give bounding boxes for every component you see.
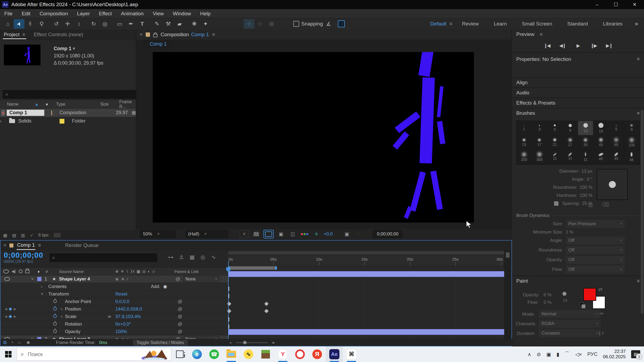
roving-keyframes-icon[interactable]: ☻ [26, 340, 31, 345]
camera-tray-icon[interactable]: ▣ [546, 351, 551, 357]
local-axis-mode-icon[interactable]: ⊹ [244, 19, 254, 29]
col-size[interactable]: Size [100, 102, 108, 107]
current-time-display[interactable]: 0;00;00;00 [4, 251, 49, 259]
menu-animation[interactable]: Animation [121, 11, 144, 17]
camera-wireframe-icon[interactable]: ◫ [288, 230, 297, 238]
expand-icon[interactable]: › [0, 118, 3, 124]
audio-column-icon[interactable]: ◀) [12, 269, 16, 274]
properties-panel-title[interactable]: Properties: No Selection [516, 56, 571, 62]
flowchart-icon[interactable]: ⊞ [132, 110, 136, 116]
composition-flowchart-icon[interactable]: ⊶ [165, 254, 176, 260]
lock-icon[interactable] [153, 34, 158, 37]
menu-effect[interactable]: Effect [99, 11, 112, 17]
spacing-checkbox[interactable]: ✓ [554, 201, 558, 206]
parent-dropdown[interactable]: None˅ [183, 276, 219, 282]
property-value[interactable]: 37,9,103,4% [115, 313, 141, 320]
layer-color-swatch[interactable] [37, 277, 42, 281]
exposure-icon[interactable]: ✳ [312, 230, 321, 238]
clock[interactable]: 22:37 06.02.2025 [603, 349, 626, 360]
parent-pickwhip-icon[interactable]: @ [175, 275, 180, 283]
project-item-name[interactable]: Comp 1 [7, 110, 44, 116]
swap-colors-icon[interactable]: ⇄ [598, 286, 602, 292]
layer-visibility-toggle[interactable] [4, 277, 10, 281]
graph-editor-icon[interactable]: ∿ [208, 254, 219, 260]
audio-panel-header[interactable]: Audio [512, 87, 644, 98]
play-button[interactable]: ▶ [572, 41, 584, 50]
snapping-checkbox[interactable] [293, 21, 299, 27]
brush-preset[interactable]: 11 [563, 150, 578, 164]
battery-icon[interactable]: ▮ [557, 351, 559, 357]
brush-preset-selected[interactable]: 13 [578, 121, 593, 135]
tab-effect-controls[interactable]: Effect Controls (none) [29, 32, 88, 38]
brush-preset[interactable]: 19 [593, 121, 609, 135]
prop-row-opacity[interactable]: Ŏ Opacity 100% @ [1, 328, 228, 335]
brush-preset[interactable]: 45 [593, 150, 609, 164]
channel-icon[interactable] [300, 230, 309, 238]
duration-frames-value[interactable]: 1 f [598, 331, 603, 336]
motion-blur-icon[interactable]: ◎ [197, 254, 208, 260]
layer-duration-bar[interactable] [228, 271, 504, 277]
composition-canvas[interactable] [153, 52, 474, 223]
hand-tool-icon[interactable]: ✌ [25, 19, 36, 29]
duration-dropdown[interactable]: Constant˅ [539, 329, 601, 337]
puppet-pin-tool-icon[interactable]: ✦ [200, 19, 211, 29]
workspace-learn[interactable]: Learn [486, 21, 514, 27]
project-color-depth[interactable]: 8 bpc [38, 233, 49, 238]
shape-tool-icon[interactable]: ▭ [114, 19, 125, 29]
threed-icon[interactable]: ◇ [152, 269, 155, 274]
last-frame-button[interactable]: ▶❙ [603, 41, 615, 50]
brush-preset[interactable]: 9 [624, 121, 639, 135]
layer-duration-bar[interactable] [228, 329, 504, 335]
col-frame-rate[interactable]: Frame R... [119, 99, 136, 109]
magnification-dropdown[interactable]: 50%˅ [140, 230, 175, 238]
prev-keyframe-icon[interactable]: ◀ [5, 307, 7, 311]
brushes-panel-menu-icon[interactable]: ≡ [637, 110, 640, 116]
label-column-icon[interactable]: ♦ [38, 268, 40, 275]
collapse-switch[interactable]: ✳ [121, 277, 125, 281]
new-brush-icon[interactable]: ▤ [588, 202, 593, 208]
brush-preset[interactable]: 21 [547, 135, 563, 150]
paint-flow-value[interactable]: 0 % [544, 300, 551, 305]
prop-row-anchor-point[interactable]: Ŏ Anchor Point 0,0,0,0 @ [1, 298, 228, 305]
type-tool-icon[interactable]: T [137, 19, 148, 29]
constrain-link-icon[interactable]: ∞ [108, 313, 111, 320]
viewer-panel-menu-icon[interactable]: ≡ [212, 32, 215, 38]
tab-render-queue[interactable]: Render Queue [65, 242, 99, 248]
paint-panel-title[interactable]: Paint [516, 278, 528, 284]
roto-brush-tool-icon[interactable]: ❋ [189, 19, 200, 29]
eraser-tool-icon[interactable]: ▰ [174, 19, 185, 29]
taskbar-search[interactable]: ⌕ [17, 348, 171, 361]
source-name-column-header[interactable]: Source Name [59, 268, 84, 275]
mask-visibility-icon[interactable]: ▣ [276, 230, 286, 238]
brush-preset[interactable]: 27 [563, 135, 578, 150]
dyn-min-size-value[interactable]: 1 % [566, 230, 573, 235]
world-axis-mode-icon[interactable]: ⊹ [255, 19, 266, 29]
notification-center-icon[interactable]: ▤1 [631, 350, 640, 358]
taskbar-app-whatsapp[interactable]: ☎ [206, 346, 223, 362]
dyn-size-dropdown[interactable]: Pen Pressure˅ [566, 220, 625, 228]
col-name[interactable]: Name [7, 102, 19, 107]
shy-icon[interactable]: ⊕ [115, 269, 119, 274]
effects-icon[interactable]: ƒx [130, 269, 134, 274]
workspace-standard[interactable]: Standard [560, 21, 595, 27]
menu-layer[interactable]: Layer [77, 11, 90, 17]
brush-preset[interactable]: 65 [609, 135, 624, 150]
interpret-footage-icon[interactable]: ▦ [3, 233, 7, 238]
timeline-panel-menu-icon[interactable]: ≡ [38, 243, 41, 248]
timeline-search[interactable]: ⌕ [49, 253, 157, 262]
menu-edit[interactable]: Edit [22, 11, 31, 17]
viewer-tab-name[interactable]: Comp 1 [191, 32, 209, 38]
align-panel-header[interactable]: Align [512, 77, 644, 87]
stopwatch-icon[interactable]: Ŏ [53, 329, 57, 334]
brush-angle-value[interactable]: 0 ° [587, 175, 592, 183]
group-row-transform[interactable]: ˅ Transform Reset [1, 290, 228, 298]
next-frame-button[interactable]: ❙▶ [588, 41, 599, 50]
next-keyframe-icon[interactable]: ▶ [14, 307, 16, 311]
transparency-grid-icon[interactable] [252, 230, 261, 238]
orbit-camera-tool-icon[interactable]: ↺ [51, 19, 62, 29]
viewer-timecode[interactable]: 0;00;00;00 [373, 230, 402, 238]
draft-3d-icon[interactable]: ⚓ [176, 254, 187, 260]
pen-tool-icon[interactable]: ✒ [126, 19, 136, 29]
next-keyframe-icon[interactable]: ▶ [14, 315, 16, 318]
label-color-swatch[interactable] [51, 110, 52, 115]
